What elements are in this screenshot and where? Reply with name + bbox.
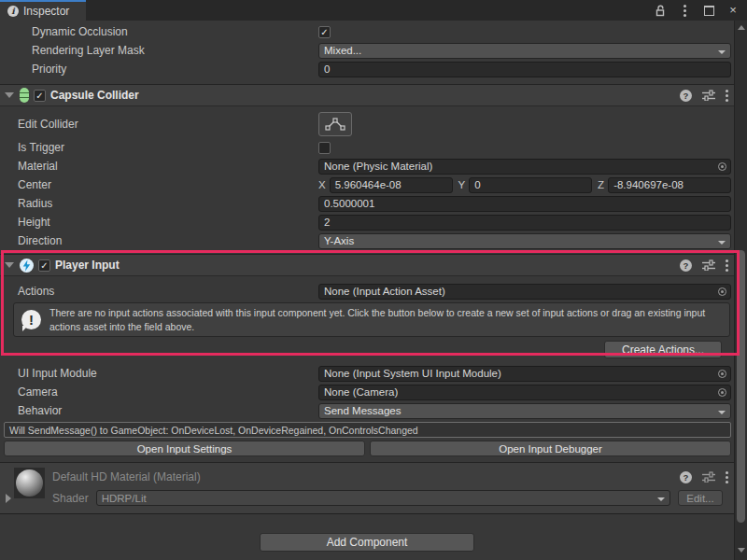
maximize-icon[interactable] [702, 4, 715, 17]
is-trigger-checkbox[interactable] [318, 142, 331, 154]
help-icon[interactable]: ? [680, 259, 692, 272]
capsule-collider-icon [20, 88, 29, 103]
scroll-down-icon[interactable] [738, 548, 745, 553]
row-is-trigger: Is Trigger [0, 138, 734, 157]
object-picker-icon[interactable] [718, 388, 726, 397]
edit-collider-button[interactable] [318, 112, 352, 136]
scrollbar-thumb[interactable] [737, 250, 745, 523]
chevron-down-icon [657, 497, 665, 501]
rendering-layer-mask-dropdown[interactable]: Mixed... [318, 43, 731, 59]
center-z-value: -8.940697e-08 [613, 179, 684, 190]
vertical-scrollbar[interactable] [734, 21, 747, 560]
rendering-layer-mask-value: Mixed... [324, 45, 361, 56]
scroll-up-icon[interactable] [738, 25, 745, 30]
helpbox-text: There are no input actions associated wi… [49, 306, 722, 333]
radius-value: 0.5000001 [324, 198, 374, 209]
chevron-down-icon [718, 411, 726, 414]
player-input-enabled-checkbox[interactable] [38, 259, 50, 272]
foldout-icon[interactable] [5, 92, 14, 98]
object-picker-icon[interactable] [718, 370, 726, 378]
row-camera: Camera None (Camera) [0, 383, 734, 401]
center-label: Center [18, 178, 318, 191]
priority-field[interactable]: 0 [318, 62, 731, 77]
row-direction: Direction Y-Axis [0, 231, 734, 250]
open-input-debugger-button[interactable]: Open Input Debugger [370, 441, 731, 456]
object-picker-icon[interactable] [718, 287, 726, 296]
object-picker-icon[interactable] [718, 162, 726, 171]
material-preview-thumbnail [14, 468, 45, 498]
presets-icon[interactable] [702, 259, 715, 271]
height-label: Height [18, 216, 318, 229]
row-rendering-layer-mask: Rendering Layer Mask Mixed... [0, 41, 734, 60]
player-input-title: Player Input [55, 259, 675, 272]
direction-value: Y-Axis [324, 235, 354, 246]
material-object-field[interactable]: None (Physic Material) [318, 159, 731, 175]
material-value: None (Physic Material) [324, 161, 432, 172]
tab-label: Inspector [23, 5, 69, 18]
camera-value: None (Camera) [324, 386, 398, 398]
actions-object-field[interactable]: None (Input Action Asset) [318, 284, 731, 300]
dynamic-occlusion-checkbox[interactable] [318, 26, 331, 38]
material-foldout-icon[interactable] [6, 494, 11, 503]
input-actions-helpbox: ! There are no input actions associated … [13, 302, 730, 337]
open-input-settings-button[interactable]: Open Input Settings [4, 441, 365, 456]
actions-label: Actions [18, 285, 318, 298]
priority-value: 0 [324, 63, 330, 75]
direction-dropdown[interactable]: Y-Axis [318, 233, 731, 249]
component-menu-icon[interactable] [726, 264, 728, 267]
edit-collider-label: Edit Collider [18, 118, 318, 131]
center-y-field[interactable]: 0 [469, 177, 592, 193]
material-header[interactable]: Default HD Material (Material) ? Shader … [0, 462, 734, 514]
material-sphere-icon [16, 469, 43, 497]
row-ui-input-module: UI Input Module None (Input System UI In… [0, 364, 734, 383]
is-trigger-label: Is Trigger [18, 141, 318, 154]
shader-edit-button[interactable]: Edit... [678, 490, 723, 506]
close-icon[interactable]: × [726, 4, 740, 17]
height-field[interactable]: 2 [318, 215, 731, 231]
camera-label: Camera [18, 385, 318, 399]
help-icon[interactable]: ? [680, 471, 692, 483]
camera-object-field[interactable]: None (Camera) [318, 385, 731, 400]
center-x-field[interactable]: 5.960464e-08 [330, 177, 453, 193]
row-center: Center X 5.960464e-08 Y 0 Z -8.940697e-0… [0, 175, 734, 194]
row-actions: Actions None (Input Action Asset) [0, 282, 734, 301]
presets-icon[interactable] [702, 90, 715, 101]
row-dynamic-occlusion: Dynamic Occlusion [0, 22, 734, 41]
unlock-icon[interactable] [654, 4, 667, 17]
inspector-content: Dynamic Occlusion Rendering Layer Mask M… [0, 21, 734, 560]
component-menu-icon[interactable] [726, 94, 728, 97]
center-y-value: 0 [474, 179, 480, 190]
radius-label: Radius [18, 197, 318, 210]
window-menu-icon[interactable] [678, 4, 691, 17]
direction-label: Direction [18, 234, 318, 247]
component-menu-icon[interactable] [726, 476, 728, 479]
center-z-label: Z [598, 179, 604, 190]
ui-input-module-object-field[interactable]: None (Input System UI Input Module) [318, 366, 731, 382]
create-actions-button[interactable]: Create Actions... [604, 341, 722, 358]
height-value: 2 [324, 217, 330, 228]
foldout-icon[interactable] [5, 262, 14, 268]
row-height: Height 2 [0, 213, 734, 231]
radius-field[interactable]: 0.5000001 [318, 196, 731, 212]
behavior-dropdown[interactable]: Send Messages [318, 403, 731, 419]
behavior-label: Behavior [18, 404, 318, 417]
chevron-down-icon [718, 241, 726, 245]
ui-input-module-label: UI Input Module [18, 367, 318, 380]
tab-inspector[interactable]: i Inspector [0, 0, 86, 21]
shader-dropdown[interactable]: HDRP/Lit [96, 490, 670, 506]
ui-input-module-value: None (Input System UI Input Module) [324, 368, 501, 379]
row-behavior: Behavior Send Messages [0, 401, 734, 420]
send-message-infobox: Will SendMessage() to GameObject: OnDevi… [4, 422, 731, 438]
capsule-collider-enabled-checkbox[interactable] [34, 90, 46, 102]
shader-label: Shader [52, 492, 89, 505]
row-material: Material None (Physic Material) [0, 157, 734, 175]
capsule-collider-header[interactable]: Capsule Collider ? [0, 84, 734, 106]
inspector-tab-icon: i [7, 6, 19, 17]
help-icon[interactable]: ? [680, 90, 692, 102]
dynamic-occlusion-label: Dynamic Occlusion [18, 25, 318, 38]
add-component-button[interactable]: Add Component [260, 533, 474, 552]
row-radius: Radius 0.5000001 [0, 194, 734, 213]
presets-icon[interactable] [702, 471, 715, 483]
player-input-header[interactable]: Player Input ? [0, 254, 734, 276]
center-z-field[interactable]: -8.940697e-08 [608, 177, 731, 193]
